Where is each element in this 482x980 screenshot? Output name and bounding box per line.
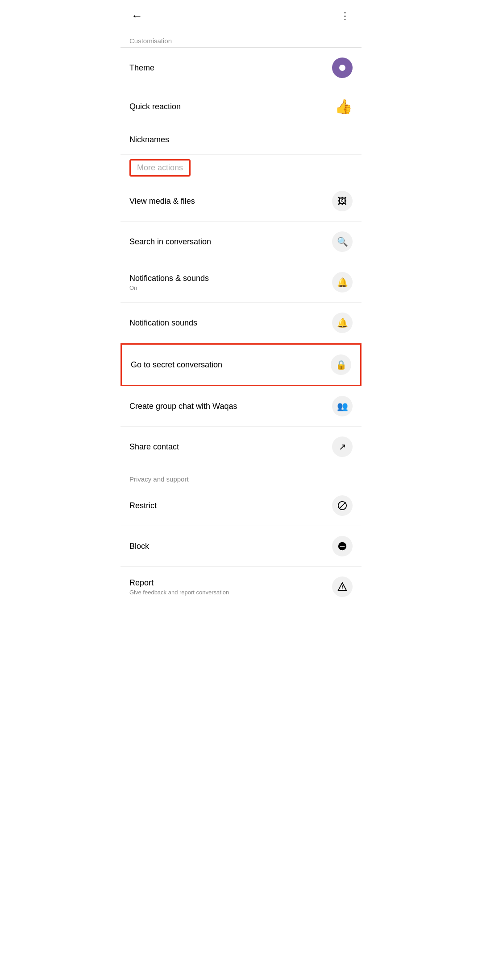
restrict-item[interactable]: Restrict [120,486,362,526]
create-group-label: Create group chat with Waqas [129,402,237,411]
media-icon: 🖼 [332,191,353,211]
notifications-sounds-sublabel: On [129,284,209,291]
block-icon [332,536,353,556]
notification-sounds-item[interactable]: Notification sounds 🔔 [120,303,362,343]
restrict-icon [332,495,353,516]
secret-conversation-label: Go to secret conversation [131,360,222,370]
secret-conversation-item[interactable]: Go to secret conversation 🔒 [120,343,362,386]
bell-icon-sound: 🔔 [332,313,353,333]
view-media-item[interactable]: View media & files 🖼 [120,181,362,222]
report-sublabel: Give feedback and report conversation [129,589,229,596]
back-button[interactable]: ← [129,7,145,25]
nicknames-item[interactable]: Nicknames [120,125,362,155]
block-item[interactable]: Block [120,526,362,567]
report-label: Report [129,578,229,588]
header: ← ⋮ [120,0,362,32]
theme-label: Theme [129,63,154,73]
more-options-button[interactable]: ⋮ [338,8,353,24]
svg-point-5 [342,589,343,589]
theme-item[interactable]: Theme [120,48,362,88]
search-icon: 🔍 [332,231,353,252]
notifications-sounds-label: Notifications & sounds [129,274,209,283]
quick-reaction-item[interactable]: Quick reaction 👍 [120,88,362,125]
lock-icon: 🔒 [331,354,351,375]
create-group-item[interactable]: Create group chat with Waqas 👥 [120,386,362,427]
quick-reaction-icon-container: 👍 [335,98,353,115]
svg-line-1 [339,502,346,509]
more-actions-label: More actions [129,159,191,177]
theme-icon-inner [339,65,345,71]
search-conversation-label: Search in conversation [129,237,211,247]
search-conversation-item[interactable]: Search in conversation 🔍 [120,222,362,262]
block-label: Block [129,542,149,551]
privacy-section-title: Privacy and support [120,467,362,486]
group-icon: 👥 [332,396,353,416]
restrict-label: Restrict [129,501,157,511]
thumbsup-icon: 👍 [335,98,353,115]
bell-icon-notifications: 🔔 [332,272,353,292]
view-media-label: View media & files [129,197,195,206]
share-contact-label: Share contact [129,442,179,452]
report-item[interactable]: Report Give feedback and report conversa… [120,567,362,607]
theme-icon [332,58,353,78]
customisation-section-title: Customisation [120,32,362,47]
more-actions-section: More actions [120,155,362,181]
nicknames-label: Nicknames [129,135,169,144]
svg-rect-3 [340,546,345,547]
share-contact-item[interactable]: Share contact ↗ [120,427,362,467]
warning-icon [332,576,353,597]
quick-reaction-label: Quick reaction [129,102,181,111]
theme-icon-container [332,58,353,78]
share-icon: ↗ [332,436,353,457]
notifications-sounds-item[interactable]: Notifications & sounds On 🔔 [120,262,362,303]
notification-sounds-label: Notification sounds [129,318,197,328]
